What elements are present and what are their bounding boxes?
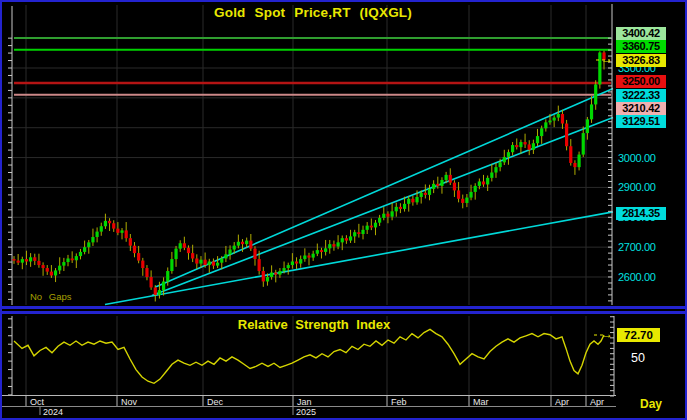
price-scale-label: 2600.00 [618,271,656,283]
price-tag: 3129.51 [616,115,666,128]
rsi-current-value-tag: 72.70 [617,328,660,342]
x-axis-month-label: Mar [473,397,489,407]
price-tag: 3326.83 [616,54,666,67]
price-tag: 3210.42 [616,102,666,115]
x-axis-month-label: Oct [30,397,44,407]
chart-title: Gold Spot Price,RT (IQXGL) [14,5,612,20]
price-tag: 2814.35 [616,207,666,220]
x-axis-month-label: Nov [121,397,137,407]
price-tag: 3400.42 [616,27,666,40]
no-gaps-label: No Gaps [30,291,72,302]
x-axis-month-label: Jan [297,397,312,407]
price-scale-label: 3000.00 [618,152,656,164]
interval-label: Day [640,397,676,411]
price-scale-label: 2700.00 [618,241,656,253]
rsi-midline-label: 50 [631,351,645,365]
price-tag: 3250.00 [616,75,666,88]
panel-separator [0,311,687,314]
price-scale-label: 2900.00 [618,181,656,193]
current-price-arrow-icon: → [601,52,613,66]
price-tag: 3222.33 [616,89,666,102]
rsi-current-arrow-icon: → [601,327,613,341]
price-tag: 3360.75 [616,40,666,53]
x-axis-month-label: Apr [590,397,604,407]
x-axis-month-label: Feb [391,397,407,407]
x-axis-month-label: Apr [555,397,569,407]
x-axis-year-label: 2025 [296,407,316,417]
x-axis-month-label: Dec [207,397,223,407]
x-axis-year-label: 2024 [43,407,63,417]
chart-window: Gold Spot Price,RT (IQXGL) No Gaps → 340… [0,0,687,420]
rsi-title: Relative Strength Index [14,317,614,332]
chart-canvas[interactable] [0,0,687,420]
